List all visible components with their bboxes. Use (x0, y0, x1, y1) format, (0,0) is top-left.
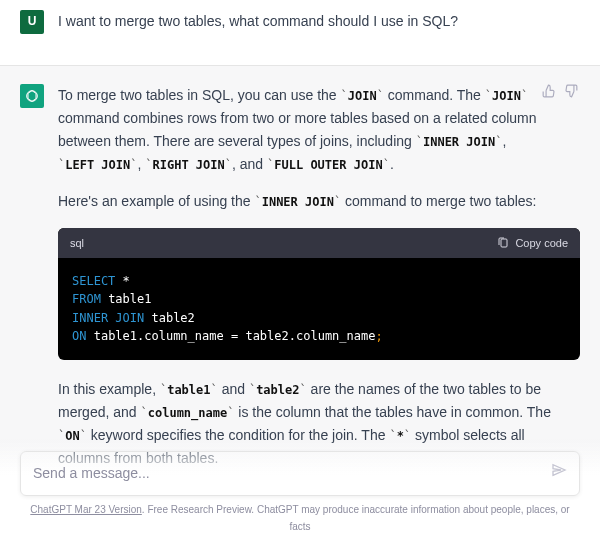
inline-code: FULL OUTER JOIN (267, 158, 390, 172)
code-token: * (115, 274, 129, 288)
code-block-header: sql Copy code (58, 228, 580, 258)
text: command to merge two tables: (341, 193, 536, 209)
copy-code-button[interactable]: Copy code (497, 234, 568, 252)
text: In this example, (58, 381, 160, 397)
text: command. The (384, 87, 485, 103)
clipboard-icon (497, 237, 509, 249)
text: Here's an example of using the (58, 193, 254, 209)
code-token: SELECT (72, 274, 115, 288)
code-token: INNER JOIN (72, 311, 144, 325)
message-input[interactable] (33, 465, 551, 481)
code-language-label: sql (70, 234, 84, 252)
send-button[interactable] (551, 462, 567, 485)
text: , and (232, 156, 267, 172)
code-token: table1.column_name (86, 329, 231, 343)
inline-code: INNER JOIN (254, 195, 341, 209)
inline-code: LEFT JOIN (58, 158, 138, 172)
assistant-avatar (20, 84, 44, 108)
code-token: ON (72, 329, 86, 343)
text: . (390, 156, 394, 172)
code-token: table1 (101, 292, 152, 306)
svg-rect-1 (501, 239, 507, 247)
user-avatar: U (20, 10, 44, 34)
thumbs-down-icon[interactable] (564, 82, 578, 105)
code-token: FROM (72, 292, 101, 306)
thumbs-up-icon[interactable] (542, 82, 556, 105)
inline-code: table2 (249, 383, 307, 397)
send-icon (551, 462, 567, 478)
copy-code-label: Copy code (515, 234, 568, 252)
code-block: sql Copy code SELECT * FROM table1 INNER… (58, 228, 580, 361)
inline-code: RIGHT JOIN (145, 158, 232, 172)
user-message: I want to merge two tables, what command… (58, 10, 580, 47)
version-link[interactable]: ChatGPT Mar 23 Version (30, 504, 142, 515)
inline-code: INNER JOIN (416, 135, 503, 149)
text: , (502, 133, 506, 149)
footer-note: ChatGPT Mar 23 Version. Free Research Pr… (20, 502, 580, 535)
inline-code: table1 (160, 383, 218, 397)
inline-code: JOIN (485, 89, 528, 103)
text: is the column that the tables have in co… (234, 404, 550, 420)
code-content: SELECT * FROM table1 INNER JOIN table2 O… (58, 258, 580, 360)
inline-code: column_name (141, 406, 235, 420)
code-token: ; (375, 329, 382, 343)
user-text: I want to merge two tables, what command… (58, 10, 580, 33)
text: and (218, 381, 249, 397)
user-message-row: U I want to merge two tables, what comma… (0, 10, 600, 65)
feedback-buttons (542, 82, 578, 105)
code-token: table2 (144, 311, 195, 325)
composer: ChatGPT Mar 23 Version. Free Research Pr… (0, 439, 600, 543)
code-token: table2.column_name (238, 329, 375, 343)
assistant-paragraph-2: Here's an example of using the INNER JOI… (58, 190, 580, 213)
text: To merge two tables in SQL, you can use … (58, 87, 341, 103)
inline-code: JOIN (341, 89, 384, 103)
footer-text: . Free Research Preview. ChatGPT may pro… (142, 504, 570, 532)
message-input-container[interactable] (20, 451, 580, 496)
assistant-logo-icon (24, 88, 40, 104)
assistant-paragraph-1: To merge two tables in SQL, you can use … (58, 84, 580, 176)
